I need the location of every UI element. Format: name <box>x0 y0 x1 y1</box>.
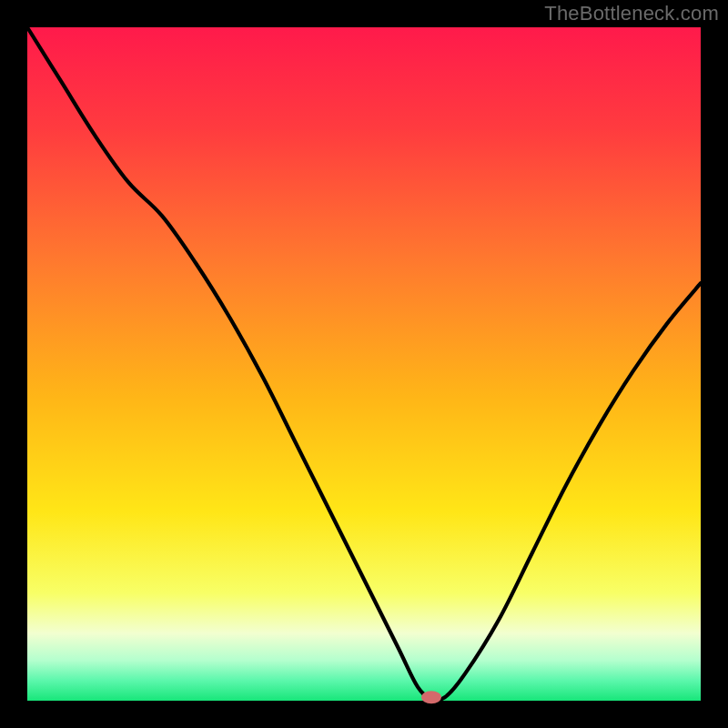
bottleneck-chart <box>0 0 728 728</box>
optimum-marker <box>421 691 441 703</box>
chart-frame: TheBottleneck.com <box>0 0 728 728</box>
plot-background <box>27 27 701 701</box>
attribution-label: TheBottleneck.com <box>544 2 719 25</box>
